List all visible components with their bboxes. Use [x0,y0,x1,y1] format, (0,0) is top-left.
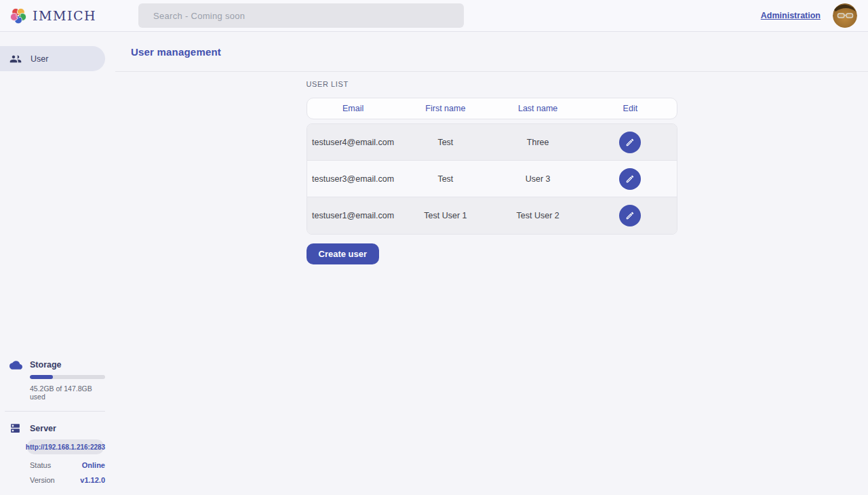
status-label: Status [30,461,51,469]
section-label: USER LIST [307,80,677,88]
column-edit: Edit [584,104,676,113]
storage-progress-bar [30,375,105,379]
cloud-icon [9,358,30,401]
server-section: Server http://192.168.1.216:2283 Status … [9,422,105,484]
sidebar: User Storage 45.2GB of 147.8 [0,32,115,495]
user-last-name-cell: Three [492,138,584,147]
server-status-row: Status Online [30,461,105,469]
sidebar-bottom: Storage 45.2GB of 147.8GB used [0,358,115,495]
page-title: User management [131,46,221,58]
content: USER LIST Email First name Last name Edi… [115,72,868,264]
topbar: IMMICH Administration [0,0,868,32]
users-icon [9,53,22,65]
storage-section: Storage 45.2GB of 147.8GB used [9,358,105,401]
table-row: testuser4@email.com Test Three [307,124,677,161]
version-label: Version [30,476,55,484]
create-user-button[interactable]: Create user [307,243,380,264]
user-first-name-cell: Test User 1 [399,211,492,220]
pencil-icon [625,211,635,220]
user-email-cell: testuser4@email.com [307,138,399,147]
user-first-name-cell: Test [399,138,492,147]
user-last-name-cell: User 3 [492,174,584,184]
topbar-right: Administration [761,3,857,28]
edit-user-button[interactable] [619,205,641,226]
column-first-name: First name [399,104,492,113]
sidebar-divider [5,411,105,412]
table-row: testuser3@email.com Test User 3 [307,161,677,197]
search-input[interactable] [138,3,464,28]
edit-user-button[interactable] [619,132,641,153]
brand: IMMICH [9,7,96,24]
version-value: v1.12.0 [80,476,105,484]
server-url-chip: http://192.168.1.216:2283 [27,439,104,454]
main-header: User management [115,32,868,72]
storage-usage-text: 45.2GB of 147.8GB used [30,384,105,401]
server-version-row: Version v1.12.0 [30,476,105,484]
server-title: Server [30,422,105,433]
status-value: Online [82,461,105,469]
immich-logo-icon [9,7,27,24]
user-last-name-cell: Test User 2 [492,211,584,220]
brand-name: IMMICH [33,8,96,23]
column-last-name: Last name [492,104,584,113]
sidebar-item-user[interactable]: User [0,46,105,71]
user-list-section: USER LIST Email First name Last name Edi… [307,80,677,264]
avatar[interactable] [833,3,857,28]
column-email: Email [307,104,399,113]
user-first-name-cell: Test [399,174,492,184]
table-row: testuser1@email.com Test User 1 Test Use… [307,197,677,234]
immich-admin-app: IMMICH Administration [0,0,868,495]
table-header: Email First name Last name Edit [307,98,677,119]
edit-user-button[interactable] [619,168,641,190]
pencil-icon [625,138,635,147]
storage-bar-fill [30,375,53,379]
user-table: testuser4@email.com Test Three [307,123,677,235]
storage-title: Storage [30,358,105,370]
sidebar-item-label: User [31,54,48,64]
pencil-icon [625,174,635,184]
user-email-cell: testuser1@email.com [307,211,399,220]
main: User management USER LIST Email First na… [115,32,868,495]
server-icon [9,422,30,484]
body: User Storage 45.2GB of 147.8 [0,32,868,495]
administration-link[interactable]: Administration [761,11,821,20]
user-email-cell: testuser3@email.com [307,174,399,184]
